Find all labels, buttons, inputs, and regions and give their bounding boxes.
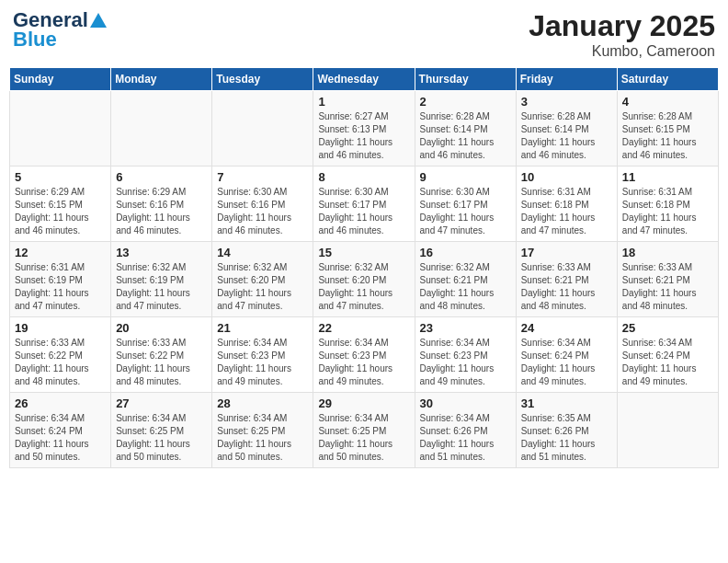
title-block: January 2025 Kumbo, Cameroon <box>529 9 715 60</box>
calendar-table: SundayMondayTuesdayWednesdayThursdayFrid… <box>9 67 719 468</box>
day-info: Sunrise: 6:31 AMSunset: 6:19 PMDaylight:… <box>15 261 106 313</box>
calendar-title: January 2025 <box>529 9 715 43</box>
day-number: 11 <box>622 170 713 184</box>
calendar-subtitle: Kumbo, Cameroon <box>529 43 715 60</box>
day-number: 7 <box>217 170 308 184</box>
calendar-cell: 6Sunrise: 6:29 AMSunset: 6:16 PMDaylight… <box>111 167 212 242</box>
day-info: Sunrise: 6:34 AMSunset: 6:23 PMDaylight:… <box>318 337 409 388</box>
calendar-cell: 26Sunrise: 6:34 AMSunset: 6:24 PMDayligh… <box>10 393 111 468</box>
calendar-cell: 30Sunrise: 6:34 AMSunset: 6:26 PMDayligh… <box>415 393 516 468</box>
calendar-cell: 11Sunrise: 6:31 AMSunset: 6:18 PMDayligh… <box>617 167 718 242</box>
day-number: 23 <box>420 321 511 335</box>
day-info: Sunrise: 6:34 AMSunset: 6:26 PMDaylight:… <box>420 412 511 464</box>
calendar-week-3: 12Sunrise: 6:31 AMSunset: 6:19 PMDayligh… <box>10 242 719 317</box>
calendar-body: 1Sunrise: 6:27 AMSunset: 6:13 PMDaylight… <box>10 91 719 468</box>
day-info: Sunrise: 6:34 AMSunset: 6:25 PMDaylight:… <box>116 412 207 464</box>
day-number: 5 <box>15 170 106 184</box>
day-info: Sunrise: 6:34 AMSunset: 6:24 PMDaylight:… <box>521 337 612 388</box>
day-number: 10 <box>521 170 612 184</box>
calendar-cell: 13Sunrise: 6:32 AMSunset: 6:19 PMDayligh… <box>111 242 212 317</box>
calendar-cell <box>111 91 212 167</box>
calendar-cell: 5Sunrise: 6:29 AMSunset: 6:15 PMDaylight… <box>10 167 111 242</box>
calendar-cell: 2Sunrise: 6:28 AMSunset: 6:14 PMDaylight… <box>415 91 516 167</box>
day-info: Sunrise: 6:32 AMSunset: 6:20 PMDaylight:… <box>318 261 409 313</box>
page-header: General Blue January 2025 Kumbo, Cameroo… <box>9 9 719 60</box>
day-info: Sunrise: 6:31 AMSunset: 6:18 PMDaylight:… <box>622 186 713 237</box>
day-info: Sunrise: 6:30 AMSunset: 6:17 PMDaylight:… <box>420 186 511 237</box>
day-info: Sunrise: 6:29 AMSunset: 6:16 PMDaylight:… <box>116 186 207 237</box>
calendar-cell: 28Sunrise: 6:34 AMSunset: 6:25 PMDayligh… <box>212 393 313 468</box>
weekday-header-friday: Friday <box>516 68 617 91</box>
day-info: Sunrise: 6:32 AMSunset: 6:19 PMDaylight:… <box>116 261 207 313</box>
day-info: Sunrise: 6:28 AMSunset: 6:14 PMDaylight:… <box>521 110 612 162</box>
day-number: 1 <box>318 95 409 109</box>
day-info: Sunrise: 6:29 AMSunset: 6:15 PMDaylight:… <box>15 186 106 237</box>
day-info: Sunrise: 6:27 AMSunset: 6:13 PMDaylight:… <box>318 110 409 162</box>
calendar-week-4: 19Sunrise: 6:33 AMSunset: 6:22 PMDayligh… <box>10 317 719 393</box>
day-number: 29 <box>318 396 409 410</box>
day-info: Sunrise: 6:34 AMSunset: 6:24 PMDaylight:… <box>15 412 106 464</box>
day-number: 13 <box>116 246 207 259</box>
weekday-header-tuesday: Tuesday <box>212 68 313 91</box>
calendar-cell: 3Sunrise: 6:28 AMSunset: 6:14 PMDaylight… <box>516 91 617 167</box>
day-info: Sunrise: 6:30 AMSunset: 6:16 PMDaylight:… <box>217 186 308 237</box>
day-info: Sunrise: 6:28 AMSunset: 6:15 PMDaylight:… <box>622 110 713 162</box>
calendar-cell: 15Sunrise: 6:32 AMSunset: 6:20 PMDayligh… <box>313 242 415 317</box>
day-number: 6 <box>116 170 207 184</box>
calendar-cell: 14Sunrise: 6:32 AMSunset: 6:20 PMDayligh… <box>212 242 313 317</box>
day-info: Sunrise: 6:35 AMSunset: 6:26 PMDaylight:… <box>521 412 612 464</box>
day-number: 17 <box>521 246 612 259</box>
day-number: 14 <box>217 246 308 259</box>
day-number: 24 <box>521 321 612 335</box>
day-number: 25 <box>622 321 713 335</box>
day-number: 9 <box>420 170 511 184</box>
day-number: 28 <box>217 396 308 410</box>
day-info: Sunrise: 6:32 AMSunset: 6:21 PMDaylight:… <box>420 261 511 313</box>
weekday-header-wednesday: Wednesday <box>313 68 415 91</box>
day-number: 4 <box>622 95 713 109</box>
day-info: Sunrise: 6:34 AMSunset: 6:25 PMDaylight:… <box>217 412 308 464</box>
day-number: 12 <box>15 246 106 259</box>
calendar-cell <box>617 393 718 468</box>
day-info: Sunrise: 6:33 AMSunset: 6:21 PMDaylight:… <box>622 261 713 313</box>
calendar-cell: 12Sunrise: 6:31 AMSunset: 6:19 PMDayligh… <box>10 242 111 317</box>
day-number: 20 <box>116 321 207 335</box>
calendar-cell: 1Sunrise: 6:27 AMSunset: 6:13 PMDaylight… <box>313 91 415 167</box>
calendar-cell <box>10 91 111 167</box>
day-number: 16 <box>420 246 511 259</box>
day-info: Sunrise: 6:30 AMSunset: 6:17 PMDaylight:… <box>318 186 409 237</box>
calendar-cell: 31Sunrise: 6:35 AMSunset: 6:26 PMDayligh… <box>516 393 617 468</box>
calendar-cell: 16Sunrise: 6:32 AMSunset: 6:21 PMDayligh… <box>415 242 516 317</box>
day-number: 19 <box>15 321 106 335</box>
logo: General Blue <box>13 9 108 52</box>
day-info: Sunrise: 6:33 AMSunset: 6:22 PMDaylight:… <box>116 337 207 388</box>
day-number: 15 <box>318 246 409 259</box>
calendar-cell: 20Sunrise: 6:33 AMSunset: 6:22 PMDayligh… <box>111 317 212 393</box>
day-info: Sunrise: 6:34 AMSunset: 6:25 PMDaylight:… <box>318 412 409 464</box>
day-number: 31 <box>521 396 612 410</box>
weekday-header-saturday: Saturday <box>617 68 718 91</box>
calendar-cell: 17Sunrise: 6:33 AMSunset: 6:21 PMDayligh… <box>516 242 617 317</box>
calendar-cell: 10Sunrise: 6:31 AMSunset: 6:18 PMDayligh… <box>516 167 617 242</box>
calendar-cell: 18Sunrise: 6:33 AMSunset: 6:21 PMDayligh… <box>617 242 718 317</box>
day-number: 8 <box>318 170 409 184</box>
calendar-cell <box>212 91 313 167</box>
day-number: 3 <box>521 95 612 109</box>
day-number: 2 <box>420 95 511 109</box>
day-number: 21 <box>217 321 308 335</box>
day-info: Sunrise: 6:34 AMSunset: 6:23 PMDaylight:… <box>420 337 511 388</box>
day-info: Sunrise: 6:28 AMSunset: 6:14 PMDaylight:… <box>420 110 511 162</box>
calendar-cell: 8Sunrise: 6:30 AMSunset: 6:17 PMDaylight… <box>313 167 415 242</box>
calendar-cell: 23Sunrise: 6:34 AMSunset: 6:23 PMDayligh… <box>415 317 516 393</box>
calendar-cell: 7Sunrise: 6:30 AMSunset: 6:16 PMDaylight… <box>212 167 313 242</box>
calendar-cell: 4Sunrise: 6:28 AMSunset: 6:15 PMDaylight… <box>617 91 718 167</box>
day-number: 26 <box>15 396 106 410</box>
day-number: 18 <box>622 246 713 259</box>
calendar-cell: 22Sunrise: 6:34 AMSunset: 6:23 PMDayligh… <box>313 317 415 393</box>
calendar-header-row: SundayMondayTuesdayWednesdayThursdayFrid… <box>10 68 719 91</box>
calendar-cell: 21Sunrise: 6:34 AMSunset: 6:23 PMDayligh… <box>212 317 313 393</box>
day-info: Sunrise: 6:34 AMSunset: 6:24 PMDaylight:… <box>622 337 713 388</box>
calendar-cell: 19Sunrise: 6:33 AMSunset: 6:22 PMDayligh… <box>10 317 111 393</box>
weekday-header-thursday: Thursday <box>415 68 516 91</box>
svg-marker-0 <box>90 13 107 28</box>
